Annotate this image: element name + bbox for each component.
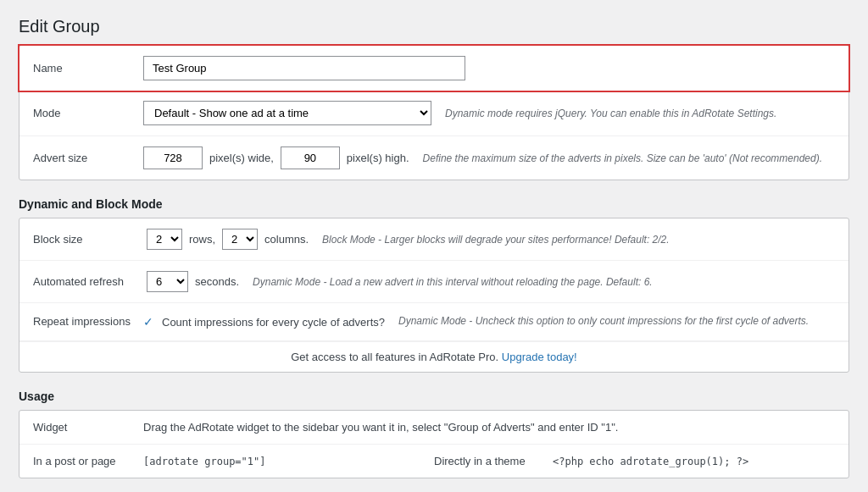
mode-content: Default - Show one ad at a time Block Mo… xyxy=(143,101,835,125)
usage-card: Widget Drag the AdRotate widget to the s… xyxy=(19,410,849,478)
theme-col: Directly in a theme <?php echo adrotate_… xyxy=(434,455,835,467)
post-label: In a post or page xyxy=(33,455,143,467)
repeat-row: Repeat impressions ✓ Count impressions f… xyxy=(19,303,849,341)
dynamic-block-title: Dynamic and Block Mode xyxy=(19,197,849,211)
name-content xyxy=(143,56,835,80)
checkmark-icon: ✓ xyxy=(143,315,153,329)
post-code: [adrotate group="1"] xyxy=(143,456,266,467)
upgrade-bar: Get access to all features in AdRotate P… xyxy=(19,341,849,372)
block-size-content: 2 1 3 4 rows, 2 1 3 4 columns. Block Mod… xyxy=(143,229,835,250)
refresh-label: Automated refresh xyxy=(33,275,143,288)
mode-hint: Dynamic mode requires jQuery. You can en… xyxy=(445,108,835,119)
mode-label: Mode xyxy=(33,107,143,119)
widget-label: Widget xyxy=(33,421,143,434)
widget-text: Drag the AdRotate widget to the sidebar … xyxy=(143,421,618,434)
widget-row: Widget Drag the AdRotate widget to the s… xyxy=(19,411,849,445)
upgrade-link[interactable]: Upgrade today! xyxy=(502,351,577,363)
widget-content: Drag the AdRotate widget to the sidebar … xyxy=(143,421,835,434)
edit-group-card: Name Mode Default - Show one ad at a tim… xyxy=(19,45,849,180)
block-hint: Block Mode - Larger blocks will degrade … xyxy=(322,234,835,246)
name-label: Name xyxy=(33,62,143,75)
repeat-content: ✓ Count impressions for every cycle of a… xyxy=(143,315,835,329)
repeat-text: Count impressions for every cycle of adv… xyxy=(162,316,385,329)
advert-size-label: Advert size xyxy=(33,152,143,164)
usage-title: Usage xyxy=(19,390,849,403)
refresh-content: 6 1 2 3 4 5 10 15 30 seconds. Dynamic Mo… xyxy=(143,271,835,292)
width-input[interactable] xyxy=(143,146,203,169)
rows-text: rows, xyxy=(189,233,215,246)
refresh-hint: Dynamic Mode - Load a new advert in this… xyxy=(253,276,835,288)
theme-label: Directly in a theme xyxy=(434,455,553,467)
mode-row: Mode Default - Show one ad at a time Blo… xyxy=(19,91,849,136)
refresh-row: Automated refresh 6 1 2 3 4 5 10 15 30 s… xyxy=(19,261,849,303)
pixel-inputs: pixel(s) wide, pixel(s) high. xyxy=(143,146,409,169)
refresh-text: seconds. xyxy=(195,275,239,288)
upgrade-text: Get access to all features in AdRotate P… xyxy=(291,351,498,363)
pixels-high-text: pixel(s) high. xyxy=(347,152,409,164)
block-rows-select[interactable]: 2 1 3 4 xyxy=(147,229,182,250)
block-size-label: Block size xyxy=(33,233,143,246)
mode-select[interactable]: Default - Show one ad at a time Block Mo… xyxy=(143,101,431,125)
size-hint: Define the maximum size of the adverts i… xyxy=(423,152,835,164)
repeat-label: Repeat impressions xyxy=(33,315,143,328)
block-size-row: Block size 2 1 3 4 rows, 2 1 3 4 xyxy=(19,218,849,261)
theme-code: <?php echo adrotate_group(1); ?> xyxy=(553,456,748,467)
page-container: Edit Group Name Mode Default - Show one … xyxy=(19,17,849,492)
page-title: Edit Group xyxy=(19,17,849,36)
name-row: Name xyxy=(19,46,849,91)
block-size-inputs: 2 1 3 4 rows, 2 1 3 4 columns. xyxy=(143,229,309,250)
refresh-select[interactable]: 6 1 2 3 4 5 10 15 30 xyxy=(147,271,188,292)
name-input[interactable] xyxy=(143,56,465,80)
post-row: In a post or page [adrotate group="1"] D… xyxy=(19,445,849,478)
dynamic-block-card: Block size 2 1 3 4 rows, 2 1 3 4 xyxy=(19,218,849,373)
refresh-inputs: 6 1 2 3 4 5 10 15 30 seconds. xyxy=(143,271,239,292)
post-col: In a post or page [adrotate group="1"] xyxy=(33,455,434,467)
repeat-hint: Dynamic Mode - Uncheck this option to on… xyxy=(398,315,835,327)
advert-size-content: pixel(s) wide, pixel(s) high. Define the… xyxy=(143,146,835,169)
height-input[interactable] xyxy=(281,146,340,169)
advert-size-row: Advert size pixel(s) wide, pixel(s) high… xyxy=(19,136,849,180)
block-cols-select[interactable]: 2 1 3 4 xyxy=(222,229,258,250)
cols-text: columns. xyxy=(264,233,309,246)
name-row-inner: Name xyxy=(19,46,849,91)
repeat-checkbox-label[interactable]: ✓ Count impressions for every cycle of a… xyxy=(143,315,385,329)
pixels-wide-text: pixel(s) wide, xyxy=(209,152,274,164)
